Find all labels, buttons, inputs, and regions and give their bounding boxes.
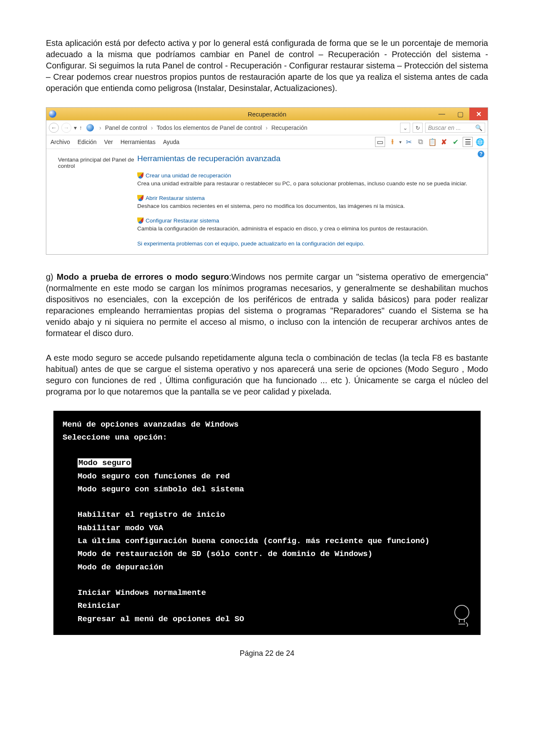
- console-option[interactable]: Modo seguro con símbolo del sistema: [63, 483, 471, 496]
- link-create-recovery-drive[interactable]: Crear una unidad de recuperación: [137, 172, 480, 179]
- window-titlebar: Recuperación — ▢ ✕: [46, 108, 488, 120]
- paragraph-3: A este modo seguro se accede pulsando re…: [46, 352, 488, 397]
- cut-icon[interactable]: ✂: [404, 137, 413, 147]
- para2-bold: Modo a prueba de errores o modo seguro: [57, 272, 229, 281]
- option-configure-system-restore: Configurar Restaurar sistema Cambia la c…: [137, 217, 480, 233]
- svg-point-0: [455, 605, 469, 619]
- link-refresh-pc[interactable]: Si experimenta problemas con el equipo, …: [137, 240, 480, 247]
- option-create-recovery-drive: Crear una unidad de recuperación Crea un…: [137, 172, 480, 187]
- link-label: Configurar Restaurar sistema: [146, 217, 219, 224]
- breadcrumb-2[interactable]: Todos los elementos de Panel de control: [157, 124, 262, 131]
- console-option[interactable]: Modo de restauración de SD (sólo contr. …: [63, 548, 471, 561]
- console-option[interactable]: Reiniciar: [63, 599, 471, 612]
- option-desc: Crea una unidad extraíble para restaurar…: [137, 180, 480, 187]
- search-input[interactable]: Buscar en ... 🔍: [425, 123, 485, 133]
- lightbulb-icon: [452, 604, 471, 627]
- console-option[interactable]: Modo seguro con funciones de red: [63, 470, 471, 483]
- help-icon[interactable]: ?: [478, 151, 484, 157]
- paragraph-1: Esta aplicación está por defecto activa …: [46, 38, 488, 94]
- breadcrumb-1[interactable]: Panel de control: [105, 124, 147, 131]
- recovery-window: Recuperación — ▢ ✕ ← → ▾ ↑ › Panel de co…: [46, 107, 488, 255]
- boot-menu-console: Menú de opciones avanzadas de Windows Se…: [53, 411, 481, 635]
- menu-ayuda[interactable]: Ayuda: [163, 139, 179, 145]
- para2-rest: :Windows nos permite cargar un "sistema …: [46, 272, 488, 338]
- console-option-selected[interactable]: Modo seguro: [78, 458, 131, 468]
- link-configure-system-restore[interactable]: Configurar Restaurar sistema: [137, 217, 480, 224]
- globe-icon[interactable]: 🌐: [475, 137, 484, 147]
- address-dropdown[interactable]: ⌄: [400, 123, 410, 133]
- page-number: Página 22 de 24: [46, 649, 488, 658]
- link-label: Crear una unidad de recuperación: [146, 172, 231, 179]
- breadcrumb-sep: ›: [150, 124, 154, 131]
- toolbar-misc-icon[interactable]: ☰: [463, 137, 473, 147]
- close-button[interactable]: ✕: [469, 108, 488, 120]
- option-desc: Cambia la configuración de restauración,…: [137, 225, 480, 233]
- option-desc: Deshace los cambios recientes en el sist…: [137, 202, 480, 210]
- option-open-system-restore: Abrir Restaurar sistema Deshace los camb…: [137, 195, 480, 210]
- breadcrumb-3[interactable]: Recuperación: [271, 124, 307, 131]
- location-icon: [86, 124, 94, 131]
- minimize-button[interactable]: —: [433, 108, 451, 120]
- toolbar-dropdown-icon[interactable]: ▾: [399, 139, 402, 145]
- console-option[interactable]: La última configuración buena conocida (…: [63, 535, 471, 548]
- para2-prefix: g): [46, 272, 57, 281]
- menu-archivo[interactable]: Archivo: [50, 139, 70, 145]
- breadcrumb-sep: ›: [98, 124, 103, 131]
- search-icon: 🔍: [475, 124, 482, 131]
- forward-button[interactable]: →: [61, 123, 71, 133]
- link-label: Abrir Restaurar sistema: [146, 195, 205, 201]
- console-option[interactable]: Iniciar Windows normalmente: [63, 587, 471, 599]
- console-line: Seleccione una opción:: [63, 431, 471, 444]
- breadcrumb-sep: ›: [264, 124, 269, 131]
- recovery-heading: Herramientas de recuperación avanzada: [137, 154, 480, 163]
- window-title: Recuperación: [46, 111, 488, 118]
- paragraph-2: g) Modo a prueba de errores o modo segur…: [46, 271, 488, 339]
- search-placeholder: Buscar en ...: [428, 124, 461, 131]
- menu-herramientas[interactable]: Herramientas: [121, 139, 156, 145]
- delete-icon[interactable]: ✘: [439, 137, 448, 147]
- menu-ver[interactable]: Ver: [104, 139, 113, 145]
- back-button[interactable]: ←: [49, 123, 59, 133]
- console-option[interactable]: Modo de depuración: [63, 561, 471, 574]
- refresh-button[interactable]: ↻: [413, 123, 423, 133]
- menu-bar: Archivo Edición Ver Herramientas Ayuda ▭…: [46, 135, 488, 149]
- toolbar-view-icon[interactable]: ▭: [375, 137, 385, 147]
- up-button[interactable]: ↑: [79, 124, 82, 131]
- console-line: Menú de opciones avanzadas de Windows: [63, 418, 471, 431]
- toolbar-organize-icon[interactable]: ⫲: [388, 137, 397, 147]
- menu-edicion[interactable]: Edición: [78, 139, 97, 145]
- console-option[interactable]: Regresar al menú de opciones del SO: [63, 613, 471, 626]
- recent-dropdown[interactable]: ▾: [74, 124, 77, 131]
- console-option[interactable]: Habilitar modo VGA: [63, 522, 471, 535]
- shield-icon: [137, 217, 144, 224]
- shield-icon: [137, 172, 144, 179]
- window-body: ? Ventana principal del Panel de control…: [46, 149, 488, 254]
- copy-icon[interactable]: ⧉: [416, 137, 425, 147]
- apply-icon[interactable]: ✔: [451, 137, 460, 147]
- link-open-system-restore[interactable]: Abrir Restaurar sistema: [137, 195, 480, 201]
- maximize-button[interactable]: ▢: [451, 108, 469, 120]
- sidebar-link-main-panel[interactable]: Ventana principal del Panel de control: [58, 157, 137, 169]
- address-bar: ← → ▾ ↑ › Panel de control › Todos los e…: [46, 120, 488, 135]
- shield-icon: [137, 195, 144, 201]
- paste-icon[interactable]: 📋: [428, 137, 437, 147]
- console-option[interactable]: Habilitar el registro de inicio: [63, 508, 471, 521]
